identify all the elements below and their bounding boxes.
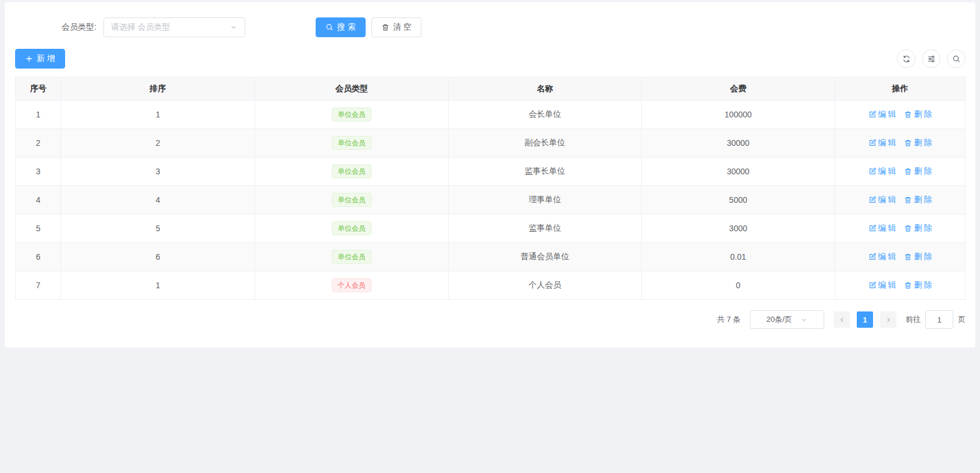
member-type-table: 序号 排序 会员类型 名称 会费 操作 1 1 单位会员 会长单位 <box>15 77 965 300</box>
delete-link[interactable]: 删除 <box>904 195 932 205</box>
edit-icon <box>868 224 877 232</box>
cell-actions: 编辑 删除 <box>835 214 965 243</box>
filter-bar: 会员类型: 请选择 会员类型 搜索 清空 <box>5 2 975 37</box>
table-toolbar <box>897 49 965 68</box>
trash-icon <box>904 167 912 175</box>
table-row: 3 3 单位会员 监事长单位 30000 编辑 <box>16 157 965 186</box>
total-count: 共 7 条 <box>717 314 741 325</box>
cell-name: 理事单位 <box>449 186 642 214</box>
delete-link[interactable]: 删除 <box>904 166 932 177</box>
page-unit-label: 页 <box>958 314 965 325</box>
cell-actions: 编辑 删除 <box>835 157 965 186</box>
delete-link[interactable]: 删除 <box>904 109 932 120</box>
cell-index: 3 <box>16 157 61 186</box>
member-type-tag: 个人会员 <box>332 278 371 292</box>
trash-icon <box>904 139 912 147</box>
member-type-tag: 单位会员 <box>332 193 371 207</box>
header-member-type: 会员类型 <box>255 77 448 101</box>
cell-member-type: 单位会员 <box>255 157 448 186</box>
header-name: 名称 <box>449 77 642 101</box>
table-row: 4 4 单位会员 理事单位 5000 编辑 <box>16 186 965 214</box>
cell-sort: 6 <box>61 243 255 271</box>
cell-index: 2 <box>16 129 61 157</box>
cell-fee: 100000 <box>641 101 835 129</box>
cell-fee: 30000 <box>641 157 835 186</box>
search-button-label: 搜索 <box>337 22 358 33</box>
page-number-1[interactable]: 1 <box>857 311 873 328</box>
member-type-label: 会员类型: <box>62 22 96 33</box>
delete-link[interactable]: 删除 <box>904 280 932 291</box>
page-size-select[interactable]: 20条/页 <box>750 310 824 329</box>
edit-link[interactable]: 编辑 <box>868 223 896 234</box>
member-type-select[interactable]: 请选择 会员类型 <box>103 17 245 37</box>
cell-fee: 5000 <box>641 186 835 214</box>
edit-link[interactable]: 编辑 <box>868 252 896 262</box>
table-row: 2 2 单位会员 副会长单位 30000 编辑 <box>16 129 965 157</box>
cell-member-type: 单位会员 <box>255 243 448 271</box>
member-type-tag: 单位会员 <box>332 221 371 235</box>
search-button[interactable]: 搜索 <box>316 17 366 37</box>
clear-button[interactable]: 清空 <box>371 17 421 37</box>
delete-link[interactable]: 删除 <box>904 223 932 234</box>
refresh-button[interactable] <box>897 49 915 68</box>
trash-icon <box>904 224 912 232</box>
cell-actions: 编辑 删除 <box>835 271 965 300</box>
cell-sort: 1 <box>61 101 255 129</box>
next-page-button[interactable] <box>880 311 896 328</box>
cell-sort: 5 <box>61 214 255 243</box>
cell-name: 副会长单位 <box>449 129 642 157</box>
header-actions: 操作 <box>835 77 965 101</box>
trash-icon <box>904 253 912 261</box>
cell-index: 6 <box>16 243 61 271</box>
member-type-tag: 单位会员 <box>332 250 371 264</box>
delete-link[interactable]: 删除 <box>904 252 932 262</box>
action-bar: 新增 <box>15 49 965 69</box>
edit-icon <box>868 139 877 147</box>
cell-fee: 0.01 <box>641 243 835 271</box>
page-size-value: 20条/页 <box>766 314 792 325</box>
chevron-down-icon <box>230 23 238 31</box>
cell-sort: 4 <box>61 186 255 214</box>
cell-sort: 3 <box>61 157 255 186</box>
column-settings-button[interactable] <box>922 49 940 68</box>
goto-page-input[interactable] <box>925 310 953 329</box>
cell-actions: 编辑 删除 <box>835 243 965 271</box>
cell-fee: 3000 <box>641 214 835 243</box>
clear-button-label: 清空 <box>393 22 414 33</box>
table-row: 7 1 个人会员 个人会员 0 编辑 <box>16 271 965 300</box>
content-panel: 会员类型: 请选择 会员类型 搜索 清空 新增 <box>5 2 975 347</box>
refresh-icon <box>902 55 911 63</box>
cell-actions: 编辑 删除 <box>835 129 965 157</box>
delete-link[interactable]: 删除 <box>904 138 932 148</box>
header-index: 序号 <box>16 77 61 101</box>
cell-actions: 编辑 删除 <box>835 186 965 214</box>
prev-page-button[interactable] <box>834 311 850 328</box>
chevron-left-icon <box>838 316 846 324</box>
cell-index: 5 <box>16 214 61 243</box>
edit-link[interactable]: 编辑 <box>868 166 896 177</box>
trash-icon <box>904 110 912 119</box>
pagination: 共 7 条 20条/页 1 前往 页 <box>5 310 965 329</box>
header-fee: 会费 <box>641 77 835 101</box>
select-placeholder: 请选择 会员类型 <box>111 22 170 33</box>
add-button[interactable]: 新增 <box>15 49 65 69</box>
column-settings-icon <box>927 55 936 63</box>
edit-link[interactable]: 编辑 <box>868 280 896 291</box>
cell-fee: 30000 <box>641 129 835 157</box>
cell-name: 个人会员 <box>449 271 642 300</box>
member-type-tag: 单位会员 <box>332 107 371 121</box>
goto-label: 前往 <box>906 314 921 325</box>
table-row: 1 1 单位会员 会长单位 100000 编辑 <box>16 101 965 129</box>
edit-link[interactable]: 编辑 <box>868 195 896 205</box>
member-type-tag: 单位会员 <box>332 136 371 150</box>
edit-link[interactable]: 编辑 <box>868 109 896 120</box>
table-search-button[interactable] <box>947 49 965 68</box>
edit-link[interactable]: 编辑 <box>868 138 896 148</box>
cell-fee: 0 <box>641 271 835 300</box>
cell-member-type: 单位会员 <box>255 186 448 214</box>
edit-icon <box>868 196 877 204</box>
edit-icon <box>868 110 877 119</box>
cell-sort: 1 <box>61 271 255 300</box>
cell-index: 1 <box>16 101 61 129</box>
header-sort: 排序 <box>61 77 255 101</box>
